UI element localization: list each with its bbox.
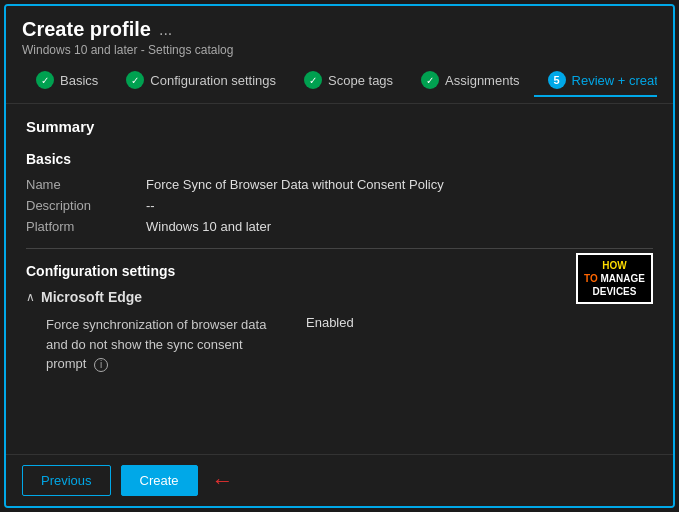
platform-value: Windows 10 and later	[146, 219, 271, 234]
summary-header: Summary	[26, 118, 653, 135]
configuration-section: Configuration settings HOW TO MANAGE DEV…	[26, 263, 653, 374]
microsoft-edge-row[interactable]: ∧ Microsoft Edge	[26, 289, 653, 305]
previous-button[interactable]: Previous	[22, 465, 111, 496]
tab-basics[interactable]: ✓ Basics	[22, 65, 112, 97]
configuration-check-icon: ✓	[126, 71, 144, 89]
setting-row: Force synchronization of browser data an…	[46, 315, 653, 374]
platform-field-row: Platform Windows 10 and later	[26, 219, 653, 234]
tab-review-create[interactable]: 5 Review + create	[534, 65, 657, 97]
main-content: Summary Basics Name Force Sync of Browse…	[6, 104, 673, 454]
platform-label: Platform	[26, 219, 146, 234]
create-profile-window: Create profile ... Windows 10 and later …	[4, 4, 675, 508]
tab-scope-tags[interactable]: ✓ Scope tags	[290, 65, 407, 97]
watermark-line2: TO MANAGE	[584, 272, 645, 285]
ellipsis-menu[interactable]: ...	[159, 21, 172, 39]
info-icon[interactable]: i	[94, 358, 108, 372]
name-value: Force Sync of Browser Data without Conse…	[146, 177, 444, 192]
tab-configuration-label: Configuration settings	[150, 73, 276, 88]
watermark-line3: DEVICES	[584, 285, 645, 298]
section-divider	[26, 248, 653, 249]
tab-review-create-label: Review + create	[572, 73, 657, 88]
tab-configuration[interactable]: ✓ Configuration settings	[112, 65, 290, 97]
name-label: Name	[26, 177, 146, 192]
chevron-up-icon: ∧	[26, 290, 35, 304]
review-create-num-icon: 5	[548, 71, 566, 89]
configuration-section-title: Configuration settings	[26, 263, 653, 279]
description-value: --	[146, 198, 155, 213]
assignments-check-icon: ✓	[421, 71, 439, 89]
tab-assignments[interactable]: ✓ Assignments	[407, 65, 533, 97]
watermark-line1: HOW	[584, 259, 645, 272]
tab-basics-label: Basics	[60, 73, 98, 88]
basics-check-icon: ✓	[36, 71, 54, 89]
name-field-row: Name Force Sync of Browser Data without …	[26, 177, 653, 192]
microsoft-edge-label: Microsoft Edge	[41, 289, 142, 305]
page-subtitle: Windows 10 and later - Settings catalog	[22, 43, 657, 57]
page-title: Create profile	[22, 18, 151, 41]
description-field-row: Description --	[26, 198, 653, 213]
watermark: HOW TO MANAGE DEVICES	[576, 253, 653, 304]
setting-value: Enabled	[306, 315, 354, 330]
footer: Previous Create ←	[6, 454, 673, 506]
tab-scope-tags-label: Scope tags	[328, 73, 393, 88]
tab-assignments-label: Assignments	[445, 73, 519, 88]
setting-description-text: Force synchronization of browser data an…	[46, 317, 266, 371]
description-label: Description	[26, 198, 146, 213]
window-header: Create profile ... Windows 10 and later …	[6, 6, 673, 104]
header-top: Create profile ...	[22, 18, 657, 41]
scope-tags-check-icon: ✓	[304, 71, 322, 89]
basics-section-title: Basics	[26, 151, 653, 167]
create-button[interactable]: Create	[121, 465, 198, 496]
setting-description: Force synchronization of browser data an…	[46, 315, 286, 374]
tabs-bar: ✓ Basics ✓ Configuration settings ✓ Scop…	[22, 57, 657, 97]
arrow-icon: ←	[212, 468, 234, 494]
